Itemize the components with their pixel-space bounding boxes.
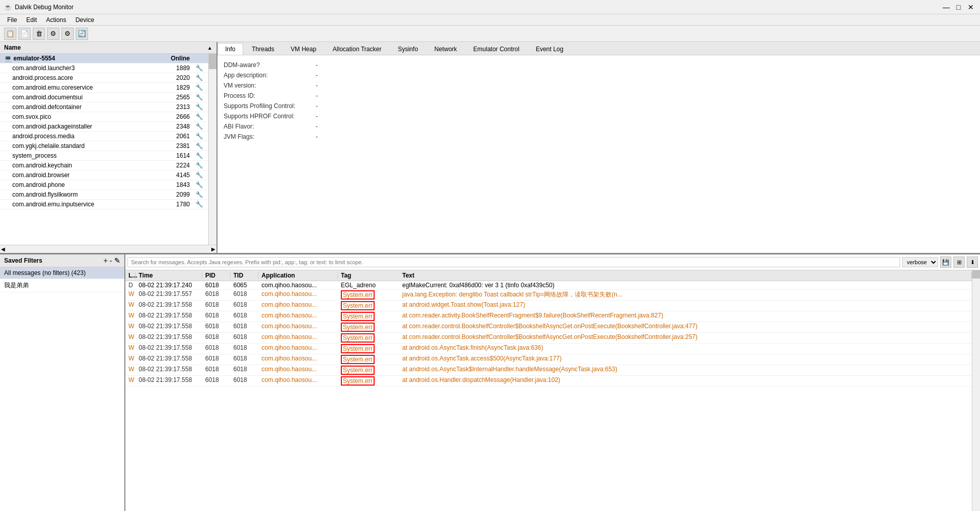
device-list-row[interactable]: com.android.launcher3 1889 🔧 (0, 63, 208, 73)
tab-vm-heap[interactable]: VM Heap (283, 43, 324, 55)
log-time: 08-02 21:39:17.558 (136, 311, 202, 322)
log-row[interactable]: W 08-02 21:39:17.558 6018 6018 com.qihoo… (125, 376, 972, 387)
toolbar-btn-3[interactable]: 🗑 (33, 28, 45, 40)
device-hscrollbar[interactable]: ◀ ▶ (0, 245, 216, 253)
info-row: ABI Flavor: - (224, 123, 974, 130)
device-name: android.process.media (4, 133, 163, 140)
tab-info[interactable]: Info (217, 43, 243, 55)
log-pid: 6018 (202, 344, 230, 354)
log-tag: System.err (338, 290, 399, 300)
tab-sysinfo[interactable]: Sysinfo (390, 43, 425, 55)
menu-device[interactable]: Device (71, 15, 98, 25)
device-action-icon[interactable]: 🔧 (194, 172, 204, 179)
filters-title: Saved Filters (4, 257, 42, 264)
log-time: 08-02 21:39:17.558 (136, 344, 202, 354)
log-rows: D 08-02 21:39:17.240 6018 6065 com.qihoo… (125, 281, 972, 387)
device-list-row[interactable]: 💻 emulator-5554 Online (0, 54, 208, 63)
filter-item[interactable]: All messages (no filters) (423) (0, 267, 124, 279)
info-panel: InfoThreadsVM HeapAllocation TrackerSysi… (217, 42, 980, 253)
log-row[interactable]: W 08-02 21:39:17.558 6018 6018 com.qihoo… (125, 344, 972, 354)
device-action-icon[interactable]: 🔧 (194, 142, 204, 150)
device-list-row[interactable]: com.ygkj.chelaile.standard 2381 🔧 (0, 141, 208, 151)
device-list-row[interactable]: com.android.emu.coreservice 1829 🔧 (0, 83, 208, 93)
col-header-tag: Tag (338, 272, 399, 279)
device-list-row[interactable]: android.process.media 2061 🔧 (0, 132, 208, 141)
device-action-icon[interactable]: 🔧 (194, 191, 204, 198)
device-scrollbar[interactable] (208, 54, 216, 245)
log-level: W (125, 354, 136, 365)
device-pid: 1889 (163, 65, 194, 72)
menu-file[interactable]: File (3, 15, 21, 25)
minimize-button[interactable]: — (941, 2, 951, 12)
log-panel: verbosedebuginfowarnerrorassert 💾 ⊞ ⬇ L.… (125, 254, 980, 511)
info-row: Supports HPROF Control: - (224, 113, 974, 120)
device-action-icon[interactable]: 🔧 (194, 65, 204, 72)
device-action-icon[interactable]: 🔧 (194, 201, 204, 208)
toolbar-btn-5[interactable]: ⚙ (61, 28, 74, 40)
maximize-button[interactable]: □ (953, 2, 964, 12)
close-button[interactable]: ✕ (966, 2, 976, 12)
device-list-row[interactable]: com.android.browser 4145 🔧 (0, 171, 208, 180)
filter-edit-btn[interactable]: ✎ (114, 257, 120, 265)
log-level-select[interactable]: verbosedebuginfowarnerrorassert (902, 257, 938, 267)
log-row[interactable]: W 08-02 21:39:17.557 6018 6018 com.qihoo… (125, 290, 972, 301)
log-save-icon[interactable]: 💾 (940, 257, 951, 268)
device-action-icon[interactable]: 🔧 (194, 103, 204, 111)
filter-add-btn[interactable]: + (103, 257, 107, 265)
device-action-icon[interactable]: 🔧 (194, 162, 204, 169)
log-search-input[interactable] (127, 257, 900, 267)
top-section: Name ▲ 💻 emulator-5554 Online com.androi… (0, 42, 980, 254)
device-action-icon[interactable]: 🔧 (194, 181, 204, 188)
col-header-tid: TID (230, 272, 258, 279)
filter-remove-btn[interactable]: - (110, 257, 112, 265)
tab-event-log[interactable]: Event Log (528, 43, 571, 55)
device-list-row[interactable]: com.android.keychain 2224 🔧 (0, 161, 208, 171)
log-row[interactable]: W 08-02 21:39:17.558 6018 6018 com.qihoo… (125, 301, 972, 311)
tab-allocation-tracker[interactable]: Allocation Tracker (325, 43, 389, 55)
tab-network[interactable]: Network (427, 43, 465, 55)
menu-edit[interactable]: Edit (22, 15, 41, 25)
device-list-row[interactable]: system_process 1614 🔧 (0, 151, 208, 161)
device-action-icon[interactable]: 🔧 (194, 133, 204, 140)
device-list-row[interactable]: com.android.documentsui 2565 🔧 (0, 93, 208, 102)
toolbar-btn-6[interactable]: 🔄 (76, 28, 88, 40)
toolbar-btn-4[interactable]: ⚙ (47, 28, 59, 40)
toolbar-btn-2[interactable]: 📄 (18, 28, 31, 40)
device-list-row[interactable]: com.android.emu.inputservice 1780 🔧 (0, 200, 208, 209)
device-action-icon[interactable]: 🔧 (194, 94, 204, 101)
device-action-icon[interactable]: 🔧 (194, 123, 204, 130)
menu-actions[interactable]: Actions (42, 15, 70, 25)
device-list-row[interactable]: com.android.packageinstaller 2348 🔧 (0, 122, 208, 132)
log-row[interactable]: W 08-02 21:39:17.558 6018 6018 com.qihoo… (125, 311, 972, 322)
tab-threads[interactable]: Threads (244, 43, 282, 55)
log-level: D (125, 281, 136, 289)
device-action-icon[interactable]: 🔧 (194, 113, 204, 120)
log-row[interactable]: W 08-02 21:39:17.558 6018 6018 com.qihoo… (125, 333, 972, 344)
filter-item[interactable]: 我是弟弟 (0, 279, 124, 292)
log-time: 08-02 21:39:17.557 (136, 290, 202, 300)
log-row[interactable]: D 08-02 21:39:17.240 6018 6065 com.qihoo… (125, 281, 972, 290)
info-row: Supports Profiling Control: - (224, 102, 974, 110)
device-list-row[interactable]: com.svox.pico 2666 🔧 (0, 112, 208, 122)
device-list-row[interactable]: com.android.phone 1843 🔧 (0, 180, 208, 190)
toolbar-btn-1[interactable]: 📋 (4, 28, 16, 40)
device-name: com.android.packageinstaller (4, 123, 163, 130)
log-vscrollbar[interactable] (972, 270, 980, 511)
device-action-icon[interactable]: 🔧 (194, 152, 204, 159)
log-row[interactable]: W 08-02 21:39:17.558 6018 6018 com.qihoo… (125, 322, 972, 333)
log-scroll-icon[interactable]: ⬇ (967, 257, 978, 268)
info-label: Process ID: (224, 92, 316, 99)
log-scroll-area[interactable]: L... Time PID TID Application Tag Text D… (125, 270, 972, 511)
device-scroll-thumb[interactable] (209, 54, 216, 69)
device-list-row[interactable]: android.process.acore 2020 🔧 (0, 73, 208, 83)
device-action-icon[interactable]: 🔧 (194, 84, 204, 91)
log-filter-icon[interactable]: ⊞ (953, 257, 965, 268)
log-row[interactable]: W 08-02 21:39:17.558 6018 6018 com.qihoo… (125, 365, 972, 376)
device-list-row[interactable]: com.android.flysilkworm 2099 🔧 (0, 190, 208, 200)
log-scroll-thumb[interactable] (972, 270, 980, 279)
device-list-row[interactable]: com.android.defcontainer 2313 🔧 (0, 102, 208, 112)
device-action-icon[interactable]: 🔧 (194, 74, 204, 81)
log-row[interactable]: W 08-02 21:39:17.558 6018 6018 com.qihoo… (125, 354, 972, 365)
device-pid: 2099 (163, 191, 194, 198)
tab-emulator-control[interactable]: Emulator Control (466, 43, 527, 55)
